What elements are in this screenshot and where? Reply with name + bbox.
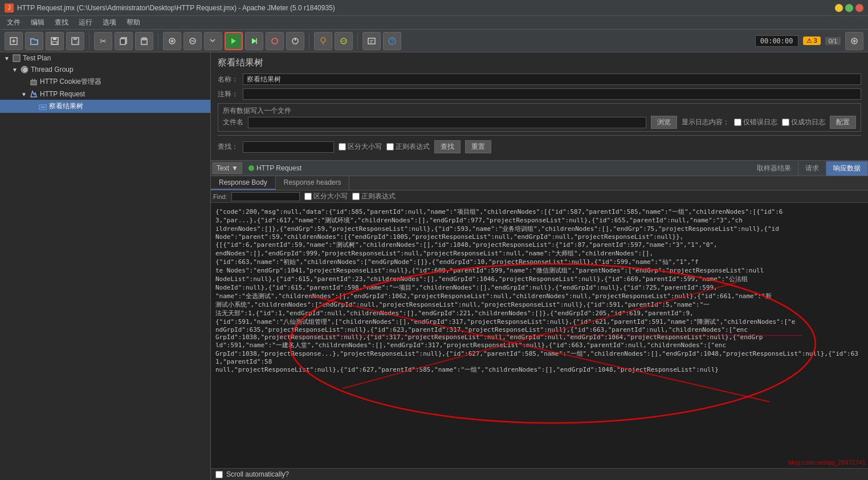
sub-tabs-header: Response Body Response headers [211,176,868,190]
http-request-tree-item[interactable]: HTTP Request [244,162,306,174]
save-as-button[interactable] [66,32,84,50]
tree-item-thread-group[interactable]: ▼ ⚙ Thread Group [0,64,210,75]
start-button[interactable] [225,32,243,50]
dropdown-icon: ▼ [231,164,238,172]
scroll-auto-checkbox[interactable] [215,471,223,478]
title-bar-text: HTTP Request.jmx (C:\Users\Administrator… [17,4,335,12]
expand-icon: ▼ [3,55,10,62]
status-indicator [248,165,254,171]
tree-item-test-plan[interactable]: ▼ Test Plan [0,52,210,64]
tab-request[interactable]: 请求 [798,161,826,176]
test-icon-button[interactable] [314,32,332,50]
search-input[interactable] [243,141,334,153]
svg-marker-20 [231,38,236,44]
start-no-pause-button[interactable] [245,32,263,50]
file-row: 文件名 浏览 显示日志内容： 仅错误日志 仅成功日志 配置 [223,116,856,129]
case-sensitive-label[interactable]: 区分大小写 [339,142,382,152]
remote-button[interactable] [335,32,353,50]
regex-checkbox[interactable] [386,143,394,150]
cut-button[interactable]: ✂ [94,32,112,50]
scroll-auto-label: Scroll automatically? [226,470,289,478]
right-panel: 察看结果树 名称： 注释： 所有数据写入一个文件 文件名 浏览 显示日志内容： [211,52,868,480]
svg-rect-44 [39,105,46,109]
time-display: 00:00:00 [755,35,798,47]
regex-label[interactable]: 正则表达式 [386,142,430,152]
text-dropdown[interactable]: Text ▼ [213,162,242,174]
response-case-checkbox[interactable] [304,193,312,200]
write-to-file-label: 所有数据写入一个文件 [223,107,291,115]
search-row: 查找： 区分大小写 正则表达式 查找 重置 [218,138,861,156]
menu-file[interactable]: 文件 [2,17,25,29]
sub-tab-response-headers[interactable]: Response headers [276,176,350,190]
find-input[interactable] [231,192,300,201]
expand-button[interactable] [204,32,222,50]
add-button[interactable] [163,32,181,50]
svg-line-18 [210,39,213,42]
sub-tab-response-body[interactable]: Response Body [211,176,276,190]
response-regex-label[interactable]: 正则表达式 [352,192,396,201]
reset-button[interactable]: 重置 [465,140,491,153]
new-button[interactable] [5,32,23,50]
tab-sampler-result[interactable]: 取样器结果 [750,161,798,176]
menu-find[interactable]: 查找 [50,17,73,29]
find-label: Find: [213,193,227,200]
menu-run[interactable]: 运行 [74,17,97,29]
tree-item-result-tree[interactable]: 察看结果树 [0,100,210,113]
svg-text:?: ? [391,38,394,44]
comment-row: 注释： [218,88,861,100]
stop-button[interactable] [266,32,284,50]
svg-rect-4 [53,38,56,40]
warning-badge: ⚠ 3 [803,36,821,45]
case-sensitive-checkbox[interactable] [339,143,346,150]
window-controls[interactable] [835,4,863,12]
watermark: blog.csdn.net/qq_28472741 [788,459,866,466]
menu-options[interactable]: 选项 [98,17,121,29]
open-button[interactable] [25,32,43,50]
comment-input[interactable] [243,88,861,100]
tree-label: Test Plan [23,54,51,62]
left-panel: ▼ Test Plan ▼ ⚙ Thread Group HTTP Cookie… [0,52,211,480]
menu-edit[interactable]: 编辑 [26,17,49,29]
search-button[interactable]: 查找 [434,140,461,153]
response-case-label[interactable]: 区分大小写 [304,192,348,201]
paste-button[interactable] [135,32,153,50]
minimize-button[interactable] [835,4,843,12]
expand-all-button[interactable] [845,32,863,50]
errors-only-checkbox[interactable] [734,119,741,126]
svg-point-23 [272,38,278,44]
shutdown-button[interactable] [286,32,304,50]
function-helper-button[interactable] [362,32,381,50]
success-only-label[interactable]: 仅成功日志 [782,117,825,127]
menu-help[interactable]: 帮助 [122,17,145,29]
separator-4 [357,33,358,49]
save-button[interactable] [46,32,64,50]
browse-button[interactable]: 浏览 [651,116,677,129]
filename-input[interactable] [248,117,646,128]
counter-badge: 0/1 [825,37,841,45]
toolbar: ✂ ? 00:00:00 ⚠ 3 0/1 [0,30,868,52]
close-button[interactable] [855,4,863,12]
name-input[interactable] [243,74,861,85]
copy-button[interactable] [115,32,133,50]
svg-text:⚙: ⚙ [23,67,27,73]
tree-item-cookie-manager[interactable]: HTTP Cookie管理器 [0,75,210,88]
tab-response-data[interactable]: 响应数据 [826,161,868,176]
maximize-button[interactable] [845,4,853,12]
svg-rect-41 [31,80,36,85]
config-button[interactable]: 配置 [830,116,856,129]
name-label: 名称： [218,75,238,84]
tree-label: HTTP Request [40,90,85,98]
errors-only-label[interactable]: 仅错误日志 [734,117,777,127]
response-regex-checkbox[interactable] [352,193,360,200]
response-content: {"code":200,"msg":null,"data":{"id":585,… [213,205,866,376]
help-button[interactable]: ? [383,32,401,50]
tree-label: Thread Group [31,66,74,74]
success-only-checkbox[interactable] [782,119,789,126]
main-layout: ▼ Test Plan ▼ ⚙ Thread Group HTTP Cookie… [0,52,868,480]
expand-icon [30,103,36,109]
remove-button[interactable] [184,32,202,50]
tree-item-http-request[interactable]: ▼ HTTP Request [0,88,210,100]
response-toolbar: Find: 区分大小写 正则表达式 [211,190,868,203]
write-to-file-section: 所有数据写入一个文件 文件名 浏览 显示日志内容： 仅错误日志 仅成功日志 [218,103,861,132]
response-area[interactable]: {"code":200,"msg":null,"data":{"id":585,… [211,203,868,468]
